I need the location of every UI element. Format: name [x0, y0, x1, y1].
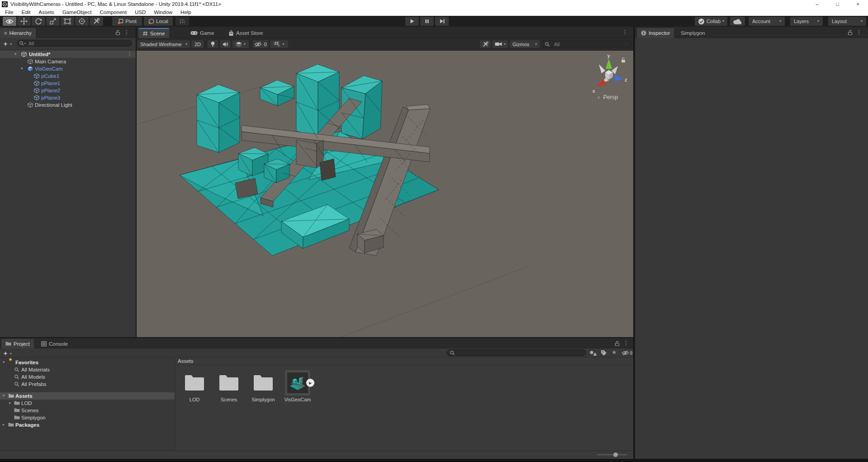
chevron-down-icon[interactable]: ▾: [10, 43, 12, 46]
hierarchy-row[interactable]: pPlane3: [0, 94, 136, 101]
close-button[interactable]: ×: [848, 0, 868, 8]
asset-tile[interactable]: ▶VisGeoCam: [282, 370, 313, 402]
tab-simplygon[interactable]: Simplygon: [677, 28, 709, 38]
project-tree-row[interactable]: ▾Assets: [0, 392, 175, 400]
asset-tile[interactable]: Scenes: [213, 370, 245, 402]
scene-viewport[interactable]: y z x ‹ Persp: [137, 51, 633, 337]
hierarchy-row[interactable]: pCube1: [0, 72, 136, 80]
toggle-2d-button[interactable]: 2D: [192, 40, 204, 48]
menu-window[interactable]: Window: [150, 8, 176, 16]
z-axis-cone[interactable]: [614, 75, 623, 81]
layout-dropdown[interactable]: Layout ▾: [828, 17, 866, 26]
lighting-toggle-button[interactable]: [208, 40, 218, 48]
hierarchy-row[interactable]: Directional Light: [0, 101, 136, 109]
gizmos-dropdown[interactable]: Gizmos ▾: [510, 40, 540, 48]
play-button[interactable]: [405, 17, 419, 26]
move-tool-button[interactable]: [17, 17, 31, 26]
menu-help[interactable]: Help: [176, 8, 195, 16]
custom-tool-button[interactable]: [90, 17, 103, 26]
hidden-packages-icon[interactable]: [621, 350, 629, 356]
chevron-down-icon[interactable]: ▾: [10, 352, 12, 356]
lock-icon[interactable]: [115, 30, 120, 35]
kebab-menu-icon[interactable]: ⋮: [127, 51, 132, 57]
project-tree-row[interactable]: ▸Packages: [0, 421, 175, 429]
hierarchy-row[interactable]: Main Camera: [0, 58, 136, 65]
scene-search-input[interactable]: [543, 41, 631, 48]
tool-settings-button[interactable]: [480, 40, 491, 48]
tab-asset-store[interactable]: Asset Store: [224, 28, 267, 38]
local-button[interactable]: Local: [144, 17, 173, 26]
project-tree-row[interactable]: Scenes: [0, 407, 175, 414]
step-button[interactable]: [435, 17, 449, 26]
account-dropdown[interactable]: Account ▾: [749, 17, 785, 26]
audio-toggle-button[interactable]: [220, 40, 231, 48]
create-asset-button[interactable]: +: [4, 350, 7, 357]
expander-open-icon[interactable]: ▾: [21, 67, 23, 71]
projection-mode-button[interactable]: ‹ Persp: [587, 94, 629, 100]
hierarchy-row[interactable]: ▾VisGeoCam: [0, 65, 136, 72]
camera-settings-dropdown[interactable]: ▾: [493, 40, 508, 48]
gizmo-lock-icon[interactable]: [621, 57, 626, 63]
hierarchy-search-input[interactable]: [17, 40, 132, 47]
expander-closed-icon[interactable]: ▸: [9, 401, 11, 405]
menu-file[interactable]: File: [1, 8, 18, 16]
view-tool-button[interactable]: [3, 17, 16, 26]
scale-tool-button[interactable]: [46, 17, 60, 26]
pause-button[interactable]: [420, 17, 434, 26]
project-tree-row[interactable]: All Materials: [0, 366, 175, 373]
kebab-menu-icon[interactable]: ⋮: [623, 340, 629, 346]
expander-open-icon[interactable]: ▾: [3, 394, 5, 398]
thumbnail-size-slider[interactable]: [597, 454, 627, 455]
expander-closed-icon[interactable]: ▸: [3, 423, 5, 427]
project-tree-row[interactable]: All Models: [0, 373, 175, 381]
cloud-button[interactable]: [730, 17, 745, 26]
expander-open-icon[interactable]: ▾: [3, 360, 5, 364]
kebab-menu-icon[interactable]: ⋮: [856, 29, 862, 35]
search-by-type-icon[interactable]: [589, 350, 597, 356]
asset-tile[interactable]: Simplygon: [247, 370, 279, 402]
hierarchy-row[interactable]: pPlane2: [0, 87, 136, 94]
project-tree-row[interactable]: All Prefabs: [0, 381, 175, 388]
add-gameobject-button[interactable]: +: [4, 41, 7, 47]
draw-mode-dropdown[interactable]: Shaded Wireframe ▾: [138, 40, 190, 48]
effects-dropdown[interactable]: ▾: [232, 40, 249, 48]
lock-icon[interactable]: [848, 30, 853, 35]
project-tree-row[interactable]: Simplygon: [0, 414, 175, 421]
layers-dropdown[interactable]: Layers ▾: [790, 17, 823, 26]
menu-component[interactable]: Component: [95, 8, 130, 16]
menu-assets[interactable]: Assets: [34, 8, 58, 16]
tab-console[interactable]: Console: [37, 339, 72, 348]
search-by-label-icon[interactable]: [601, 350, 607, 356]
kebab-menu-icon[interactable]: ⋮: [622, 29, 628, 35]
tab-hierarchy[interactable]: ≡ Hierarchy: [0, 28, 36, 38]
project-tree-row[interactable]: ▸LOD: [0, 400, 175, 407]
rotate-tool-button[interactable]: [32, 17, 45, 26]
rect-tool-button[interactable]: [61, 17, 74, 26]
kebab-menu-icon[interactable]: ⋮: [124, 29, 129, 35]
pivot-button[interactable]: Pivot: [112, 17, 142, 26]
maximize-button[interactable]: □: [827, 0, 848, 8]
grid-snap-button[interactable]: [175, 17, 189, 26]
tab-game[interactable]: Game: [186, 28, 218, 38]
collab-dropdown[interactable]: Collab ▾: [695, 17, 727, 26]
menu-gameobject[interactable]: GameObject: [58, 8, 96, 16]
menu-edit[interactable]: Edit: [18, 8, 35, 16]
menu-usd[interactable]: USD: [131, 8, 150, 16]
minimize-button[interactable]: –: [807, 0, 827, 8]
project-search-input[interactable]: [447, 349, 586, 356]
favorites-star-icon[interactable]: ★: [612, 349, 617, 355]
y-axis-cone[interactable]: [606, 59, 612, 69]
play-badge-icon[interactable]: ▶: [306, 379, 314, 387]
hierarchy-row[interactable]: ▾Untitled*⋮: [0, 51, 136, 58]
hidden-objects-button[interactable]: 0: [253, 40, 268, 48]
grid-visibility-dropdown[interactable]: Y ▾: [270, 40, 288, 48]
hierarchy-row[interactable]: pPlane1: [0, 80, 136, 87]
project-tree-row[interactable]: ▾★Favorites: [0, 359, 175, 366]
transform-tool-button[interactable]: [75, 17, 89, 26]
asset-tile[interactable]: LOD: [179, 370, 210, 402]
slider-knob[interactable]: [613, 452, 618, 457]
tab-inspector[interactable]: Inspector: [637, 28, 674, 38]
neg-axis-cone[interactable]: [599, 64, 605, 73]
lock-icon[interactable]: [615, 341, 620, 346]
tab-project[interactable]: Project: [1, 339, 34, 348]
